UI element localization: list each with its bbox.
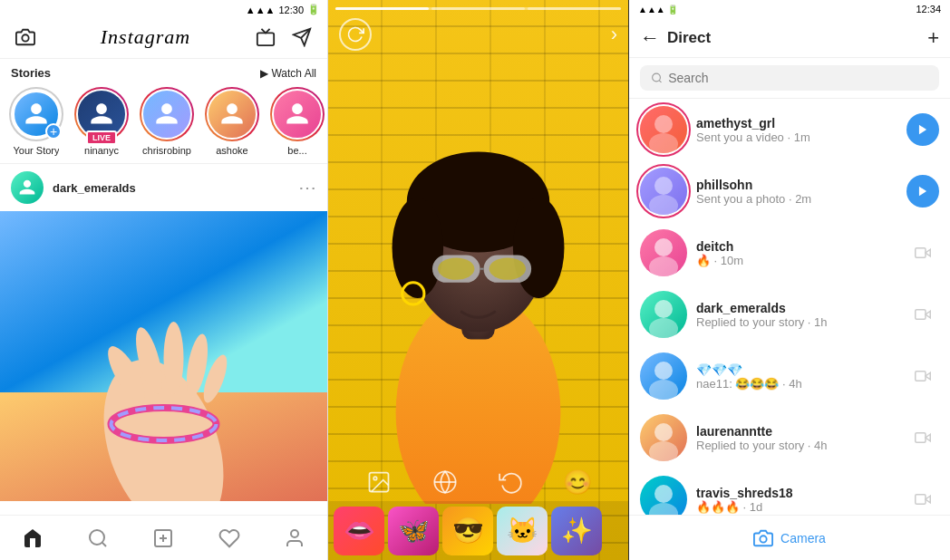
feed-panel: ▲▲▲ 12:30 🔋 Instagram [0,0,328,560]
story-gallery-icon[interactable] [364,468,393,497]
direct-camera-footer[interactable]: Camera [629,515,950,560]
dm-camera-icon-nae11[interactable] [906,360,939,392]
story-next-button[interactable]: › [611,23,617,46]
direct-signal-icon: ▲▲▲ 🔋 [638,5,678,14]
progress-bar-2 [431,7,525,10]
post-avatar[interactable] [11,171,44,204]
dm-item-phillsohn[interactable]: phillsohn Sent you a photo · 2m [629,160,950,222]
dm-play-button-phillsohn[interactable] [906,175,939,208]
svg-point-47 [649,256,678,276]
dm-info-laurenanntte: laurenanntte Replied to your story · 4h [696,424,897,452]
nav-add-icon[interactable] [150,525,177,552]
story-rotate-icon[interactable] [497,468,526,497]
story-item-your-story[interactable]: + Your Story [7,87,65,156]
dm-item-amethyst-grl[interactable]: amethyst_grl Sent you a video · 1m [629,99,950,160]
svg-point-52 [654,362,673,380]
dm-item-nae11[interactable]: 💎💎💎 nae11: 😂😂😂 · 4h [629,345,950,407]
svg-point-55 [654,423,673,441]
send-icon[interactable] [291,26,313,48]
dm-camera-icon-travis-shreds18[interactable] [906,483,939,515]
feed-bottom-nav [0,515,327,560]
nav-heart-icon[interactable] [216,525,243,552]
dm-name-travis-shreds18: travis_shreds18 [696,486,897,500]
svg-point-9 [164,322,184,394]
search-icon [651,72,663,84]
story-item-ninanyc[interactable]: LIVE ninanyc [73,87,131,156]
story-name-ninanyc: ninanyc [84,145,119,156]
svg-point-19 [291,530,298,537]
tv-icon[interactable] [255,26,276,48]
story-item-be[interactable]: be... [268,87,326,156]
story-name-be: be... [287,145,306,156]
svg-point-53 [649,380,678,400]
dm-item-deitch[interactable]: deitch 🔥 · 10m [629,222,950,284]
direct-back-button[interactable]: ← [640,26,660,50]
filter-lips[interactable]: 👄 [334,507,384,555]
dm-name-nae11: 💎💎💎 [696,362,897,377]
filter-sparkle[interactable]: ✨ [551,507,602,555]
svg-point-36 [653,73,661,82]
dm-camera-icon-dark-emeralds[interactable] [906,298,939,331]
dm-item-dark-emeralds[interactable]: dark_emeralds Replied to your story · 1h [629,284,950,345]
svg-rect-48 [916,248,926,258]
dm-camera-icon-deitch[interactable] [906,237,939,269]
dm-preview-amethyst-grl: Sent you a video · 1m [696,130,897,144]
svg-point-58 [654,485,673,503]
svg-point-59 [649,503,678,515]
filter-cat[interactable]: 🐱 [497,507,548,555]
filter-sunglasses[interactable]: 😎 [442,507,493,555]
story-item-ashoke[interactable]: ashoke [203,87,261,156]
svg-rect-54 [916,372,926,381]
svg-point-44 [640,168,687,215]
dm-avatar-travis-shreds18 [640,476,687,515]
story-progress [335,7,621,10]
progress-bar-1 [335,7,429,10]
dm-play-button-amethyst-grl[interactable] [906,113,939,146]
direct-header: ← Direct + [629,18,950,58]
story-name-ashoke: ashoke [216,145,247,156]
camera-label: Camera [780,531,826,546]
dm-info-phillsohn: phillsohn Sent you a photo · 2m [696,178,897,206]
direct-panel: ▲▲▲ 🔋 12:34 ← Direct + amethyst_grl Sent… [629,0,950,560]
dm-avatar-laurenanntte [640,414,687,461]
dm-list: amethyst_grl Sent you a video · 1m phill… [629,99,950,515]
story-emoji-icon[interactable]: 😊 [563,468,592,497]
svg-point-40 [640,106,687,153]
svg-line-37 [659,81,661,82]
dm-camera-icon-laurenanntte[interactable] [906,421,939,454]
dm-item-travis-shreds18[interactable]: travis_shreds18 🔥🔥🔥 · 1d [629,468,950,515]
nav-profile-icon[interactable] [281,525,308,552]
dm-name-laurenanntte: laurenanntte [696,424,897,439]
camera-header-icon[interactable] [15,26,36,48]
story-refresh-button[interactable] [339,18,372,51]
live-badge: LIVE [86,130,117,145]
story-item-chrisrobinp[interactable]: chrisrobinp [138,87,196,156]
post-more-button[interactable]: ⋯ [298,177,316,198]
dm-name-phillsohn: phillsohn [696,178,897,192]
search-input[interactable] [668,71,928,85]
story-name-chrisrobinp: chrisrobinp [142,145,191,156]
direct-time: 12:34 [916,4,941,14]
dm-preview-phillsohn: Sent you a photo · 2m [696,192,897,206]
svg-point-14 [90,530,104,545]
dm-info-deitch: deitch 🔥 · 10m [696,239,897,267]
dm-info-nae11: 💎💎💎 nae11: 😂😂😂 · 4h [696,362,897,391]
filter-butterfly[interactable]: 🦋 [388,507,439,555]
direct-search-area [629,58,950,99]
feed-header-actions [255,26,313,48]
svg-point-46 [654,238,673,256]
nav-home-icon[interactable] [19,525,46,552]
svg-point-64 [760,536,766,542]
dm-preview-dark-emeralds: Replied to your story · 1h [696,315,897,329]
watch-all-button[interactable]: ▶ Watch All [260,67,316,80]
dm-preview-deitch: 🔥 · 10m [696,254,897,267]
search-box[interactable] [640,65,939,91]
svg-point-56 [649,441,678,461]
svg-rect-60 [916,495,926,505]
story-globe-icon[interactable] [431,468,460,497]
direct-add-button[interactable]: + [927,26,939,50]
nav-search-icon[interactable] [84,525,111,552]
svg-point-29 [438,257,474,279]
dm-avatar-nae11 [640,352,687,400]
dm-item-laurenanntte[interactable]: laurenanntte Replied to your story · 4h [629,407,950,468]
